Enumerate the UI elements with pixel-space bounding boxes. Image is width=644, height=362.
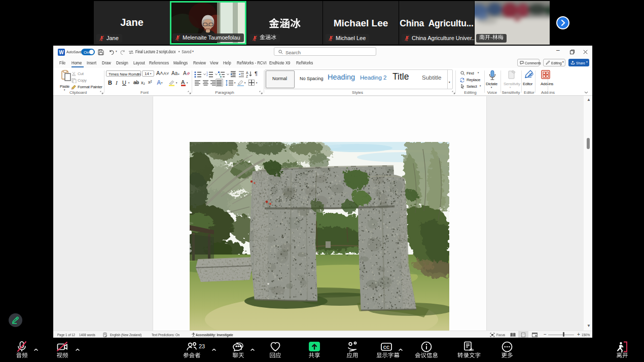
svg-text:Z: Z bbox=[246, 75, 248, 78]
svg-text:CC: CC bbox=[383, 345, 389, 350]
svg-text:2: 2 bbox=[206, 74, 208, 77]
svg-text:A: A bbox=[246, 71, 248, 75]
svg-text:W: W bbox=[59, 50, 64, 55]
